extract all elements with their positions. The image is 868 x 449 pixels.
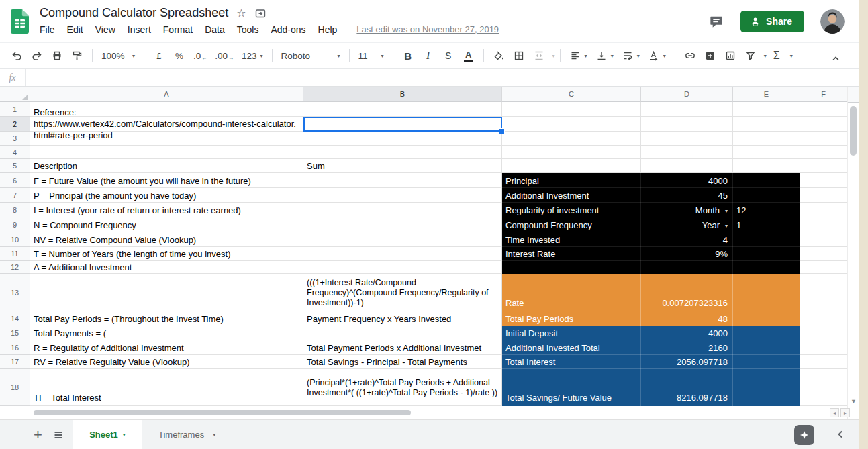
cell-D14[interactable]: 48 — [641, 311, 733, 326]
zoom-select[interactable]: 100% ▾ — [99, 47, 138, 64]
currency-format-button[interactable]: £ — [150, 47, 168, 64]
vertical-scrollbar[interactable]: ▼ — [847, 87, 859, 419]
paint-format-button[interactable] — [68, 47, 86, 64]
menu-item-insert[interactable]: Insert — [122, 23, 157, 36]
cell-A18[interactable]: TI = Total Interest — [30, 369, 303, 406]
cell-D18[interactable]: 8216.097718 — [641, 369, 733, 406]
menu-item-addons[interactable]: Add-ons — [264, 23, 311, 36]
text-wrap-button[interactable]: ▾ — [619, 47, 642, 64]
cell-C17[interactable]: Total Interest — [502, 355, 641, 369]
cell-C14[interactable]: Total Pay Periods — [502, 311, 641, 326]
account-avatar[interactable] — [820, 9, 845, 34]
menu-item-data[interactable]: Data — [199, 23, 231, 36]
cell-B16[interactable]: Total Payment Periods x Additional Inves… — [303, 340, 502, 355]
cell-C11[interactable]: Interest Rate — [502, 247, 641, 261]
number-format-select[interactable]: 123 ▾ — [239, 47, 266, 64]
cell-A10[interactable]: NV = Relative Compound Value (Vlookup) — [30, 232, 303, 247]
horizontal-scroll-thumb[interactable] — [34, 410, 411, 415]
cell-A1[interactable]: Reference: https://www.vertex42.com/Calc… — [30, 102, 303, 146]
cell-D17[interactable]: 2056.097718 — [641, 355, 733, 369]
increase-decimals-button[interactable]: .00 → — [212, 47, 236, 64]
tab-timeframes[interactable]: Timeframes ▾ — [150, 420, 224, 449]
functions-button[interactable]: Σ — [768, 47, 785, 64]
bold-button[interactable]: B — [399, 47, 417, 64]
menu-item-format[interactable]: Format — [157, 23, 199, 36]
insert-chart-button[interactable] — [722, 47, 739, 64]
decrease-decimals-button[interactable]: .0 ← — [191, 47, 209, 64]
selection-fill-handle[interactable] — [499, 128, 505, 134]
column-header-B[interactable]: B — [303, 87, 502, 102]
vertical-align-button[interactable]: ▾ — [593, 47, 616, 64]
cell-C13[interactable]: Rate — [502, 274, 641, 311]
scroll-down-icon[interactable]: ▼ — [851, 398, 857, 405]
formula-input[interactable] — [26, 69, 859, 86]
comments-icon[interactable] — [708, 13, 724, 30]
explore-button[interactable] — [794, 425, 814, 445]
cell-E9[interactable]: 1 — [733, 217, 800, 232]
cell-dropdown-icon[interactable]: ▾ — [725, 223, 728, 229]
cell-D8[interactable]: Month▾ — [641, 203, 733, 217]
cell-E8[interactable]: 12 — [733, 203, 800, 217]
column-header-D[interactable]: D — [641, 87, 733, 102]
cell-A5[interactable]: Description — [30, 159, 303, 173]
cell-B17[interactable]: Total Savings - Principal - Total Paymen… — [303, 355, 502, 369]
undo-button[interactable] — [8, 47, 26, 64]
text-color-button[interactable]: A — [460, 47, 477, 64]
cell-A9[interactable]: N = Compound Frequency — [30, 217, 303, 232]
borders-button[interactable] — [510, 47, 528, 64]
cell-D15[interactable]: 4000 — [641, 326, 733, 340]
cell-B18[interactable]: (Principal*(1+rate)^Total Pay Periods + … — [303, 369, 502, 406]
scroll-right-button[interactable]: ▸ — [840, 408, 850, 417]
cell-C15[interactable]: Initial Deposit — [502, 326, 641, 340]
cell-A8[interactable]: I = Interest (your rate of return or int… — [30, 203, 303, 217]
chevron-down-icon[interactable]: ▾ — [552, 53, 555, 59]
doc-title[interactable]: Compound Calculator Spreadsheet — [40, 6, 228, 20]
cell-D16[interactable]: 2160 — [641, 340, 733, 355]
cell-D6[interactable]: 4000 — [641, 173, 733, 188]
last-edit-link[interactable]: Last edit was on November 27, 2019 — [356, 24, 499, 34]
menu-item-edit[interactable]: Edit — [61, 23, 89, 36]
cell-C16[interactable]: Additional Invested Total — [502, 340, 641, 355]
cell-D13[interactable]: 0.007207323316 — [641, 274, 733, 311]
horizontal-align-button[interactable]: ▾ — [567, 47, 590, 64]
cell-C9[interactable]: Compound Frequency — [502, 217, 641, 232]
font-family-select[interactable]: Roboto ▾ — [279, 47, 343, 64]
cell-D10[interactable]: 4 — [641, 232, 733, 247]
print-button[interactable] — [48, 47, 66, 64]
filter-button[interactable] — [742, 47, 759, 64]
italic-button[interactable]: I — [420, 47, 437, 64]
cell-A14[interactable]: Total Pay Periods = (Throughout the Inve… — [30, 311, 303, 326]
column-header-C[interactable]: C — [502, 87, 641, 102]
font-size-select[interactable]: 11 ▾ — [356, 47, 387, 64]
move-to-folder-icon[interactable] — [254, 7, 267, 19]
menu-item-tools[interactable]: Tools — [231, 23, 265, 36]
cell-A17[interactable]: RV = Relative Regulaity Value (Vlookup) — [30, 355, 303, 369]
cell-dropdown-icon[interactable]: ▾ — [725, 208, 728, 214]
cell-A15[interactable]: Total Payments = ( — [30, 326, 303, 340]
cell-C8[interactable]: Regularity of investment — [502, 203, 641, 217]
cell-A12[interactable]: A = Additional Investment — [30, 261, 303, 274]
scroll-left-button[interactable]: ◂ — [830, 408, 839, 417]
insert-comment-button[interactable] — [702, 47, 719, 64]
merge-cells-button[interactable] — [530, 47, 548, 64]
select-all-corner[interactable] — [0, 87, 30, 102]
horizontal-scrollbar[interactable]: ◂ ▸ — [0, 406, 847, 419]
star-icon[interactable]: ☆ — [236, 8, 246, 19]
menu-item-file[interactable]: File — [34, 23, 61, 36]
sheets-logo-icon[interactable] — [11, 9, 29, 34]
collapse-toolbar-button[interactable] — [827, 50, 845, 67]
insert-link-button[interactable] — [681, 47, 699, 64]
share-button[interactable]: Share — [740, 11, 804, 32]
cell-C6[interactable]: Principal — [502, 173, 641, 188]
column-header-A[interactable]: A — [30, 87, 303, 102]
cell-D11[interactable]: 9% — [641, 247, 733, 261]
cell-A11[interactable]: T = Number of Years (the length of time … — [30, 247, 303, 261]
chevron-down-icon[interactable]: ▾ — [764, 53, 767, 59]
redo-button[interactable] — [28, 47, 46, 64]
tab-sheet1[interactable]: Sheet1 ▾ — [73, 420, 142, 449]
menu-item-help[interactable]: Help — [312, 23, 344, 36]
cell-B5[interactable]: Sum — [303, 159, 502, 173]
cell-A6[interactable]: F = Future Value (the amount you will ha… — [30, 173, 303, 188]
vertical-scroll-thumb[interactable] — [850, 106, 857, 156]
cell-A16[interactable]: R = Regulatity of Additional Investment — [30, 340, 303, 355]
